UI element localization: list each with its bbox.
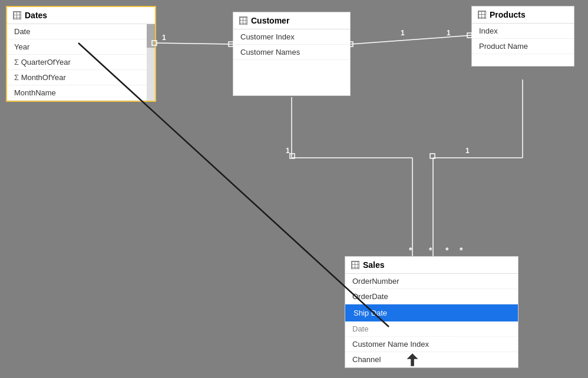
- products-empty-space: [472, 54, 574, 66]
- svg-text:1: 1: [286, 147, 290, 155]
- sales-row-channel[interactable]: Channel: [345, 352, 518, 367]
- svg-text:1: 1: [162, 34, 166, 42]
- svg-text:*: *: [445, 246, 449, 255]
- svg-line-0: [156, 43, 233, 44]
- sales-row-orderdate[interactable]: OrderDate: [345, 289, 518, 304]
- dates-scrollbar[interactable]: [147, 24, 155, 101]
- products-table-card: Products Index Product Name: [471, 6, 574, 67]
- dates-row-monthname[interactable]: MonthName: [7, 85, 155, 101]
- sales-title: Sales: [363, 260, 385, 270]
- svg-line-16: [351, 35, 471, 44]
- dates-table-header: Dates: [7, 7, 155, 24]
- svg-text:*: *: [429, 246, 432, 255]
- sales-row-shipdate[interactable]: Ship Date: [345, 304, 518, 321]
- dates-table-card: Dates Date Year QuarterOfYear MonthOfYea…: [6, 6, 156, 102]
- sales-table-card: Sales OrderNumber OrderDate Ship Date Da…: [345, 256, 518, 368]
- dates-grid-icon: [13, 11, 21, 19]
- svg-text:*: *: [409, 246, 412, 255]
- svg-text:1: 1: [447, 29, 451, 37]
- svg-text:1: 1: [465, 147, 470, 155]
- svg-rect-7: [290, 154, 295, 158]
- dates-title: Dates: [25, 11, 47, 20]
- customer-row-index[interactable]: Customer Index: [233, 29, 350, 45]
- products-row-product-name[interactable]: Product Name: [472, 39, 574, 54]
- products-grid-icon: [478, 11, 486, 19]
- dates-scrollbar-thumb[interactable]: [147, 24, 155, 48]
- products-row-index[interactable]: Index: [472, 24, 574, 39]
- sales-grid-icon: [351, 261, 359, 269]
- products-title: Products: [490, 10, 526, 19]
- customer-table-card: Customer Customer Index Customer Names: [233, 12, 351, 96]
- dates-row-date[interactable]: Date: [7, 24, 155, 39]
- products-table-header: Products: [472, 6, 574, 24]
- customer-title: Customer: [251, 16, 289, 25]
- dates-row-year[interactable]: Year: [7, 39, 155, 55]
- sales-row-ordernumber[interactable]: OrderNumber: [345, 274, 518, 289]
- svg-rect-13: [430, 154, 435, 158]
- sales-row-date[interactable]: Date: [345, 321, 518, 337]
- sales-table-header: Sales: [345, 257, 518, 274]
- customer-empty-space: [233, 60, 350, 95]
- customer-grid-icon: [239, 16, 247, 25]
- dates-row-quarterofyear[interactable]: QuarterOfYear: [7, 55, 155, 70]
- sales-row-customer-name-index[interactable]: Customer Name Index: [345, 337, 518, 352]
- customer-row-names[interactable]: Customer Names: [233, 45, 350, 60]
- svg-text:*: *: [460, 246, 463, 255]
- dates-row-monthofyear[interactable]: MonthOfYear: [7, 70, 155, 85]
- svg-text:1: 1: [401, 29, 405, 37]
- customer-table-header: Customer: [233, 12, 350, 29]
- dates-rows-area: Date Year QuarterOfYear MonthOfYear Mont…: [7, 24, 155, 101]
